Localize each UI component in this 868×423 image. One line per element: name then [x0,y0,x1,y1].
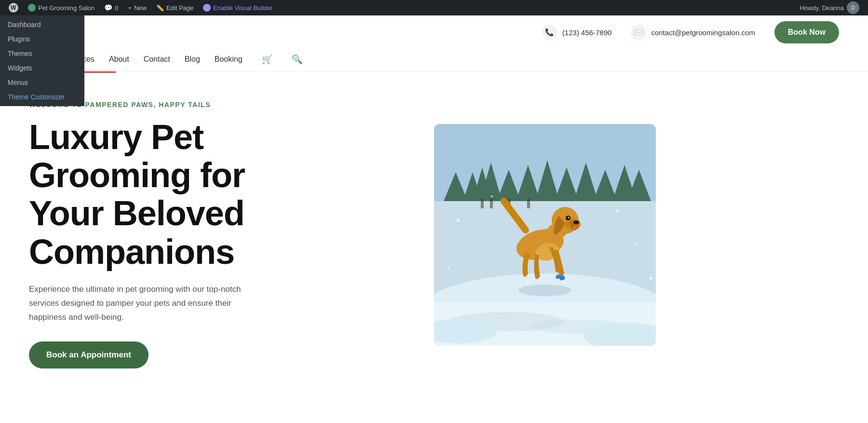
dropdown-themes[interactable]: Themes [0,46,84,61]
nav-contact[interactable]: Contact [144,55,170,64]
avatar-initial: D [851,5,855,11]
pencil-icon: ✏️ [156,4,164,12]
svg-point-43 [566,278,568,280]
wp-logo-icon: W [9,3,18,13]
hero-illustration [434,124,656,346]
edit-page-label: Edit Page [166,4,193,12]
svg-point-35 [568,217,570,218]
nav-about[interactable]: About [109,55,129,64]
avatar: D [847,1,859,14]
hero-description: Experience the ultimate in pet grooming … [29,283,260,325]
svg-point-42 [555,282,556,284]
edit-page-item[interactable]: ✏️ Edit Page [151,0,198,15]
hero-content: WELCOME TO PAMPERED PAWS, HAPPY TAILS Lu… [29,101,395,368]
plus-icon: + [128,4,132,12]
phone-number: (123) 456-7890 [562,28,612,37]
dropdown-menus[interactable]: Menus [0,75,84,90]
svg-point-46 [616,209,619,212]
nav-booking[interactable]: Booking [215,55,243,64]
dropdown-dashboard[interactable]: Dashboard [0,17,84,32]
comment-icon: 💬 [104,4,112,12]
email-address: contact@petgroomingsalon.com [651,28,755,37]
hero-image [434,124,656,346]
cart-icon[interactable]: 🛒 [262,54,272,65]
svg-rect-15 [490,199,493,208]
nav-blog[interactable]: Blog [185,55,200,64]
svg-point-49 [650,277,652,280]
hero-section: WELCOME TO PAMPERED PAWS, HAPPY TAILS Lu… [0,72,868,407]
svg-point-33 [573,220,579,224]
site-icon [28,4,36,12]
book-appointment-button[interactable]: Book an Appointment [29,341,149,368]
svg-point-37 [526,279,530,283]
site-name-label: Pet Grooming Salon [38,4,95,12]
svg-rect-14 [481,199,484,208]
new-item[interactable]: + New [123,0,151,15]
hero-title: Luxury Pet Grooming for Your Beloved Com… [29,118,395,271]
dropdown-theme-customizer[interactable]: Theme Customizer [0,90,84,104]
svg-point-39 [524,282,526,284]
site-header: 📞 (123) 456-7890 ✉️ contact@petgroomings… [0,15,868,72]
phone-contact: 📞 (123) 456-7890 [542,25,612,40]
site-navigation: Home Services About Contact Blog Booking… [29,47,839,71]
hero-title-line1: Luxury Pet [29,118,203,156]
hero-title-line4: Companions [29,232,234,271]
svg-rect-17 [527,199,530,208]
svg-point-48 [448,268,449,270]
divi-icon [203,4,211,12]
email-icon: ✉️ [631,25,646,40]
search-icon[interactable]: 🔍 [292,54,302,65]
hero-title-line2: Grooming for [29,156,245,194]
svg-point-45 [491,195,493,197]
admin-bar-right: Howdy, Deanna D [795,1,864,14]
svg-point-36 [572,227,577,231]
dropdown-widgets[interactable]: Widgets [0,61,84,75]
wp-logo-item[interactable]: W [4,0,23,15]
book-now-button[interactable]: Book Now [774,21,839,43]
phone-icon: 📞 [542,25,557,40]
svg-point-40 [556,278,560,282]
new-label: New [134,4,147,12]
svg-point-47 [636,244,637,246]
dropdown-menu: Dashboard Plugins Themes Widgets Menus T… [0,15,84,106]
svg-point-41 [562,280,565,283]
visual-builder-label: Enable Visual Builder [213,4,272,12]
howdy-section[interactable]: Howdy, Deanna D [795,1,864,14]
site-name-item[interactable]: Pet Grooming Salon [23,0,99,15]
visual-builder-item[interactable]: Enable Visual Builder [198,0,277,15]
svg-point-38 [531,281,534,284]
hero-title-line3: Your Beloved [29,194,244,232]
site-header-top: 📞 (123) 456-7890 ✉️ contact@petgroomings… [29,15,839,47]
dropdown-plugins[interactable]: Plugins [0,32,84,46]
comments-item[interactable]: 💬 0 [99,0,123,15]
comments-count: 0 [115,4,118,12]
howdy-label: Howdy, Deanna [800,4,844,12]
svg-point-24 [518,285,571,296]
admin-bar: W Pet Grooming Salon 💬 0 + New ✏️ Edit P… [0,0,868,15]
svg-point-44 [457,219,460,222]
email-contact: ✉️ contact@petgroomingsalon.com [631,25,755,40]
